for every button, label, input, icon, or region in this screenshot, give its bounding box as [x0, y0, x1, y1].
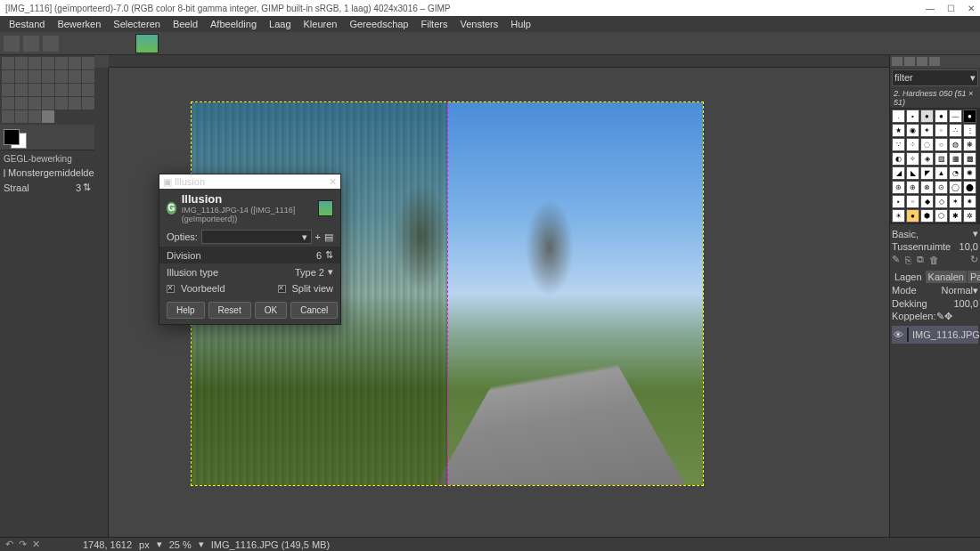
brush-item[interactable]: ✶ [949, 195, 962, 208]
tool-heal[interactable] [2, 110, 14, 123]
menu-beeld[interactable]: Beeld [167, 17, 203, 31]
preview-checkbox[interactable] [167, 285, 175, 293]
lock-pixel-icon[interactable]: ✎ [936, 311, 944, 322]
tab-brushes[interactable] [892, 57, 902, 66]
edit-brush-icon[interactable]: ✎ [892, 254, 900, 265]
tool-eraser[interactable] [42, 97, 54, 109]
tool-zoom[interactable] [55, 70, 68, 83]
brush-item[interactable]: ◔ [949, 166, 962, 180]
refresh-brush-icon[interactable]: ↻ [970, 254, 978, 265]
new-brush-icon[interactable]: ⎘ [905, 255, 911, 265]
tool-perspective[interactable] [29, 84, 41, 96]
opacity-value[interactable]: 100,0 [953, 298, 978, 309]
brush-item[interactable]: ● [935, 109, 948, 123]
undo-icon[interactable]: ↶ [5, 539, 13, 550]
tb-icon-new[interactable] [4, 36, 20, 52]
tool-color-select[interactable] [69, 57, 81, 69]
tool-bucket[interactable] [82, 84, 94, 96]
menu-icon[interactable]: ▤ [324, 231, 333, 243]
options-combo[interactable]: ▾ [201, 230, 312, 244]
tab-layers[interactable]: Lagen [892, 271, 925, 283]
tool-paths[interactable] [15, 70, 28, 83]
tool-foreground[interactable] [2, 70, 14, 83]
color-swatches[interactable] [0, 125, 94, 150]
brush-item[interactable]: ● [963, 109, 976, 123]
menu-bewerken[interactable]: Bewerken [52, 17, 106, 31]
preset-label[interactable]: Basic, [892, 229, 919, 239]
redo-icon[interactable]: ↷ [19, 539, 27, 550]
tool-smudge[interactable] [15, 110, 28, 123]
brush-item[interactable]: — [949, 109, 962, 123]
brush-item[interactable]: ⊗ [920, 181, 934, 194]
radius-value[interactable]: 3 [76, 182, 81, 193]
tool-measure[interactable] [42, 70, 54, 83]
dialog-close-icon[interactable]: ✕ [329, 176, 337, 188]
split-preview-line[interactable] [447, 102, 448, 485]
ruler-horizontal[interactable] [109, 55, 889, 68]
tool-fuzzy-select[interactable] [55, 57, 68, 69]
mode-value[interactable]: Normal [942, 285, 973, 296]
image-tab-thumb[interactable] [135, 34, 159, 53]
menu-hulp[interactable]: Hulp [505, 17, 536, 31]
visibility-icon[interactable]: 👁 [894, 329, 903, 340]
brush-item[interactable]: ◯ [949, 181, 962, 194]
menu-laag[interactable]: Laag [264, 17, 296, 31]
trash-icon[interactable]: ✕ [32, 539, 40, 550]
tool-text[interactable] [69, 84, 81, 96]
brush-filter[interactable]: filter▾ [892, 69, 978, 86]
brush-item[interactable]: ⁘ [906, 138, 919, 151]
brush-item[interactable]: ◉ [906, 124, 919, 137]
brush-item[interactable]: ◌ [920, 138, 934, 151]
zoom-level[interactable]: 25 % [169, 539, 192, 550]
brush-item[interactable]: ✺ [963, 166, 976, 180]
layer-name[interactable]: IMG_1116.JPG [912, 329, 980, 340]
tool-move[interactable] [2, 57, 14, 69]
tool-brush[interactable] [29, 97, 41, 109]
cancel-button[interactable]: Cancel [290, 302, 338, 319]
menu-vensters[interactable]: Vensters [454, 17, 503, 31]
type-value[interactable]: Type 2 [295, 267, 324, 278]
split-checkbox[interactable] [278, 285, 286, 293]
brush-item[interactable]: ◣ [906, 166, 919, 180]
chevron-down-icon[interactable]: ▾ [970, 72, 976, 84]
brush-item[interactable]: ⊛ [892, 181, 905, 194]
close-button[interactable]: ✕ [968, 4, 975, 13]
tool-pencil[interactable] [15, 97, 28, 109]
chevron-down-icon[interactable]: ▾ [973, 228, 978, 239]
brush-item[interactable]: ◤ [920, 166, 934, 180]
brush-item[interactable]: ❋ [963, 138, 976, 151]
brush-item[interactable]: ✦ [920, 124, 934, 137]
minimize-button[interactable]: — [926, 4, 935, 13]
brush-item[interactable]: ▨ [935, 152, 948, 166]
brush-item[interactable]: ◈ [920, 152, 934, 166]
brush-item[interactable]: ◢ [892, 166, 905, 180]
brush-item[interactable]: ▪ [892, 195, 905, 208]
brush-item[interactable]: ⊕ [906, 181, 919, 194]
brush-item[interactable]: ⋮ [963, 124, 976, 137]
brush-item[interactable]: ⬢ [920, 209, 934, 223]
menu-filters[interactable]: Filters [415, 17, 453, 31]
menu-afbeelding[interactable]: Afbeelding [205, 17, 262, 31]
tool-ink[interactable] [69, 97, 81, 109]
ruler-vertical[interactable] [94, 68, 109, 537]
brush-item[interactable]: ▲ [935, 166, 948, 180]
tool-ellipse-select[interactable] [29, 57, 41, 69]
tool-crop[interactable] [69, 70, 81, 83]
chevron-down-icon[interactable]: ▾ [157, 539, 162, 550]
unit-selector[interactable]: px [139, 539, 150, 550]
spinner-icon[interactable]: ⇅ [83, 182, 91, 193]
brush-item[interactable]: ▩ [963, 152, 976, 166]
brush-item[interactable]: ✲ [963, 209, 976, 223]
brush-item[interactable]: ◇ [935, 195, 948, 208]
avg-checkbox[interactable] [4, 169, 5, 177]
chevron-down-icon[interactable]: ▾ [328, 266, 333, 278]
brush-item[interactable]: ∵ [892, 138, 905, 151]
ok-button[interactable]: OK [255, 302, 287, 319]
lock-pos-icon[interactable]: ✥ [944, 311, 952, 322]
menu-kleuren[interactable]: Kleuren [298, 17, 343, 31]
brush-item[interactable]: ⬡ [935, 209, 948, 223]
division-value[interactable]: 6 [316, 250, 322, 261]
tool-airbrush[interactable] [55, 97, 68, 109]
tool-gegl[interactable] [42, 110, 54, 123]
brush-item[interactable]: ∴ [949, 124, 962, 137]
